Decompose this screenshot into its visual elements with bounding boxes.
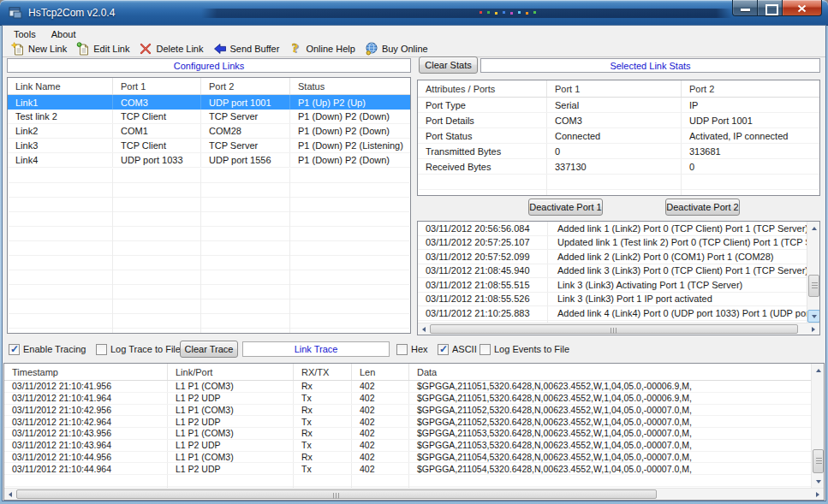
trace-len: 402 [352, 440, 409, 451]
online-help-button[interactable]: ? ? Online Help [285, 41, 360, 56]
trace-link-port: L1 P1 (COM3) [168, 452, 294, 463]
scroll-left-button[interactable] [4, 489, 16, 500]
column-separator [200, 169, 201, 333]
checkbox-box[interactable] [9, 344, 20, 355]
col-link-port[interactable]: Link/Port [168, 364, 294, 380]
event-row[interactable]: 03/11/2012 20:56:56.084 Added link 1 (Li… [418, 222, 819, 236]
checkbox-box[interactable] [96, 344, 107, 355]
event-row[interactable]: 03/11/2012 21:08:45.940 Added link 3 (Li… [418, 264, 819, 279]
arrow-right-icon [816, 492, 819, 497]
scroll-down-button[interactable] [807, 310, 820, 323]
trace-len: 402 [352, 393, 409, 404]
send-buffer-button[interactable]: Send Buffer [210, 41, 286, 56]
event-message: Link 3 (Link3) Activating Port 1 (TCP Se… [548, 278, 819, 292]
link-stats-header: Attributes / Ports Port 1 Port 2 [418, 80, 819, 98]
scroll-down-button[interactable] [812, 475, 825, 488]
col-attributes[interactable]: Attributes / Ports [418, 80, 547, 97]
configured-links-header: Link Name Port 1 Port 2 Status [8, 78, 410, 95]
column-separator [112, 169, 113, 333]
trace-row[interactable]: 03/11/2012 21:10:43.956 L1 P1 (COM3) Rx … [4, 428, 824, 440]
scroll-right-button[interactable] [807, 323, 819, 335]
menu-tools[interactable]: Tools [7, 28, 43, 40]
arrow-up-icon [812, 227, 817, 230]
enable-tracing-checkbox[interactable]: Enable Tracing [9, 343, 86, 355]
link-row-testlink2[interactable]: Test link 2 TCP Client TCP Server P1 (Do… [8, 110, 410, 124]
scroll-right-button[interactable] [812, 489, 824, 500]
titlebar[interactable]: HsTcp2Com v2.0.4 [0, 0, 828, 26]
scroll-thumb[interactable] [430, 324, 798, 334]
col-timestamp[interactable]: Timestamp [4, 364, 168, 380]
col-data[interactable]: Data [409, 364, 824, 380]
checkbox-box[interactable] [396, 344, 408, 355]
trace-timestamp: 03/11/2012 21:10:41.956 [4, 381, 168, 392]
deactivate-port1-button[interactable]: Deactivate Port 1 [528, 199, 603, 216]
scroll-thumb[interactable] [808, 275, 819, 297]
ascii-checkbox[interactable]: ASCII [438, 343, 477, 355]
menu-about[interactable]: About [45, 28, 83, 40]
event-timestamp: 03/11/2012 20:56:56.084 [418, 222, 548, 235]
link-port1: TCP Client [113, 110, 201, 123]
scroll-thumb[interactable] [813, 449, 824, 473]
scroll-up-button[interactable] [807, 222, 820, 234]
stats-row-received[interactable]: Received Bytes 337130 0 [418, 159, 819, 175]
trace-data: $GPGGA,211051,5320.6428,N,00623.4552,W,1… [409, 393, 824, 404]
edit-link-button[interactable]: Edit Link [73, 41, 135, 56]
minimize-button[interactable] [732, 0, 758, 16]
scroll-thumb[interactable] [16, 489, 657, 499]
event-row[interactable]: 03/11/2012 20:57:52.099 Added link 2 (Li… [418, 250, 819, 264]
deactivate-port2-button[interactable]: Deactivate Port 2 [665, 199, 740, 216]
log-trace-to-file-checkbox[interactable]: Log Trace to File [96, 343, 181, 355]
col-status[interactable]: Status [290, 78, 410, 94]
checkbox-box[interactable] [480, 344, 491, 355]
app-icon [9, 6, 22, 20]
stats-row-port-type[interactable]: Port Type Serial IP [418, 98, 819, 113]
checkbox-box[interactable] [438, 344, 449, 355]
event-row[interactable]: 03/11/2012 21:10:25.883 Added link 4 (Li… [418, 306, 819, 321]
close-button[interactable] [783, 0, 822, 16]
link-port2: COM28 [201, 124, 290, 138]
link-row-link4[interactable]: Link4 UDP port 1033 UDP port 1556 P1 (Do… [8, 153, 410, 168]
new-link-button[interactable]: New Link [8, 41, 73, 56]
send-buffer-icon [213, 42, 227, 56]
scroll-left-button[interactable] [418, 323, 430, 335]
edit-link-icon [76, 42, 90, 56]
event-timestamp: 03/11/2012 21:08:55.526 [418, 293, 548, 306]
col-len[interactable]: Len [352, 364, 409, 380]
trace-row[interactable]: 03/11/2012 21:10:44.956 L1 P1 (COM3) Rx … [4, 452, 824, 464]
clear-trace-button[interactable]: Clear Trace [180, 341, 238, 358]
stat-port2: Activated, IP connected [682, 128, 819, 143]
column-separator [167, 475, 168, 488]
stats-row-transmitted[interactable]: Transmitted Bytes 0 313681 [418, 144, 819, 159]
trace-row[interactable]: 03/11/2012 21:10:41.964 L1 P2 UDP Tx 402… [4, 393, 824, 405]
link-row-link1[interactable]: Link1 COM3 UDP port 1001 P1 (Up) P2 (Up) [8, 95, 410, 110]
scroll-up-button[interactable] [812, 364, 825, 377]
buy-online-button[interactable]: Buy Online [361, 41, 434, 56]
col-rxtx[interactable]: RX/TX [294, 364, 352, 380]
trace-row[interactable]: 03/11/2012 21:10:42.956 L1 P1 (COM3) Rx … [4, 405, 824, 417]
col-port2[interactable]: Port 2 [682, 80, 819, 97]
trace-row[interactable]: 03/11/2012 21:10:44.964 L1 P2 UDP Tx 402… [4, 463, 824, 475]
delete-link-button[interactable]: Delete Link [135, 41, 209, 56]
col-port1[interactable]: Port 1 [113, 78, 201, 94]
trace-rxtx: Rx [294, 428, 352, 439]
clear-stats-button[interactable]: Clear Stats [419, 56, 478, 74]
event-row[interactable]: 03/11/2012 21:08:55.515 Link 3 (Link3) A… [418, 278, 819, 293]
event-row[interactable]: 03/11/2012 20:57:25.107 Updated link 1 (… [418, 236, 819, 251]
log-events-to-file-checkbox[interactable]: Log Events to File [480, 343, 569, 355]
col-port1[interactable]: Port 1 [547, 80, 682, 97]
hex-checkbox[interactable]: Hex [396, 343, 428, 355]
link-row-link3[interactable]: Link3 TCP Client TCP Server P1 (Down) P2… [8, 139, 410, 153]
event-row[interactable]: 03/11/2012 21:08:55.526 Link 3 (Link3) P… [418, 293, 819, 307]
buy-online-label: Buy Online [382, 44, 428, 54]
event-message: Added link 1 (Link2) Port 0 (TCP Client)… [548, 222, 819, 235]
trace-row[interactable]: 03/11/2012 21:10:41.956 L1 P1 (COM3) Rx … [4, 381, 824, 393]
trace-timestamp: 03/11/2012 21:10:43.956 [4, 428, 168, 439]
maximize-button[interactable] [758, 0, 783, 16]
link-row-link2[interactable]: Link2 COM1 COM28 P1 (Down) P2 (Down) [8, 124, 410, 139]
stats-row-port-status[interactable]: Port Status Connected Activated, IP conn… [418, 128, 819, 144]
trace-row[interactable]: 03/11/2012 21:10:43.964 L1 P2 UDP Tx 402… [4, 440, 824, 452]
trace-row[interactable]: 03/11/2012 21:10:42.964 L1 P2 UDP Tx 402… [4, 416, 824, 428]
col-port2[interactable]: Port 2 [201, 78, 290, 94]
col-link-name[interactable]: Link Name [8, 78, 113, 94]
stats-row-port-details[interactable]: Port Details COM3 UDP Port 1001 [418, 113, 819, 128]
